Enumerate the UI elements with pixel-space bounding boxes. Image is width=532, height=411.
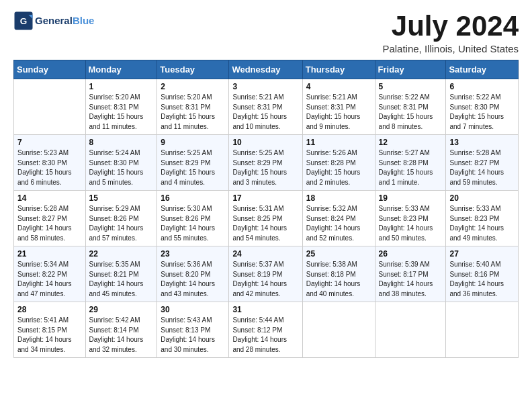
day-info: Sunrise: 5:41 AMSunset: 8:15 PMDaylight:… — [17, 316, 82, 355]
day-number: 5 — [379, 82, 443, 91]
table-row — [375, 302, 446, 358]
table-row: 11Sunrise: 5:26 AMSunset: 8:28 PMDayligh… — [302, 135, 375, 191]
location: Palatine, Illinois, United States — [382, 43, 519, 54]
table-row: 14Sunrise: 5:28 AMSunset: 8:27 PMDayligh… — [14, 191, 86, 246]
col-thursday: Thursday — [302, 60, 375, 79]
table-row: 26Sunrise: 5:39 AMSunset: 8:17 PMDayligh… — [375, 246, 446, 302]
day-info: Sunrise: 5:22 AMSunset: 8:30 PMDaylight:… — [449, 93, 515, 132]
table-row: 18Sunrise: 5:32 AMSunset: 8:24 PMDayligh… — [302, 191, 375, 246]
table-row: 31Sunrise: 5:44 AMSunset: 8:12 PMDayligh… — [229, 302, 302, 358]
day-number: 3 — [232, 82, 298, 91]
day-info: Sunrise: 5:28 AMSunset: 8:27 PMDaylight:… — [449, 148, 515, 187]
month-title: July 2024 — [382, 11, 519, 42]
calendar-week-row: 14Sunrise: 5:28 AMSunset: 8:27 PMDayligh… — [14, 191, 519, 246]
table-row: 23Sunrise: 5:36 AMSunset: 8:20 PMDayligh… — [157, 246, 229, 302]
header: G GeneralBlue July 2024 Palatine, Illino… — [13, 11, 519, 54]
svg-text:G: G — [20, 16, 28, 26]
day-info: Sunrise: 5:20 AMSunset: 8:31 PMDaylight:… — [89, 93, 154, 132]
day-number: 23 — [161, 249, 225, 259]
table-row: 4Sunrise: 5:21 AMSunset: 8:31 PMDaylight… — [302, 79, 375, 135]
table-row: 29Sunrise: 5:42 AMSunset: 8:14 PMDayligh… — [85, 302, 157, 358]
day-number: 7 — [17, 138, 82, 147]
table-row: 17Sunrise: 5:31 AMSunset: 8:25 PMDayligh… — [229, 191, 302, 246]
day-info: Sunrise: 5:31 AMSunset: 8:25 PMDaylight:… — [232, 204, 298, 243]
day-info: Sunrise: 5:21 AMSunset: 8:31 PMDaylight:… — [306, 93, 371, 132]
table-row: 16Sunrise: 5:30 AMSunset: 8:26 PMDayligh… — [157, 191, 229, 246]
day-info: Sunrise: 5:42 AMSunset: 8:14 PMDaylight:… — [89, 316, 154, 355]
calendar-header-row: Sunday Monday Tuesday Wednesday Thursday… — [14, 60, 519, 79]
logo-icon: G — [13, 11, 34, 31]
table-row: 13Sunrise: 5:28 AMSunset: 8:27 PMDayligh… — [446, 135, 519, 191]
day-info: Sunrise: 5:30 AMSunset: 8:26 PMDaylight:… — [161, 204, 225, 243]
day-number: 27 — [449, 249, 515, 259]
day-number: 11 — [306, 138, 371, 147]
logo-text: GeneralBlue — [35, 15, 94, 27]
calendar-week-row: 21Sunrise: 5:34 AMSunset: 8:22 PMDayligh… — [14, 246, 519, 302]
day-info: Sunrise: 5:23 AMSunset: 8:30 PMDaylight:… — [17, 148, 82, 187]
table-row: 21Sunrise: 5:34 AMSunset: 8:22 PMDayligh… — [14, 246, 86, 302]
day-info: Sunrise: 5:36 AMSunset: 8:20 PMDaylight:… — [161, 260, 225, 299]
day-number: 14 — [17, 193, 82, 203]
table-row: 5Sunrise: 5:22 AMSunset: 8:31 PMDaylight… — [375, 79, 446, 135]
table-row: 12Sunrise: 5:27 AMSunset: 8:28 PMDayligh… — [375, 135, 446, 191]
calendar-week-row: 1Sunrise: 5:20 AMSunset: 8:31 PMDaylight… — [14, 79, 519, 135]
day-number: 20 — [449, 193, 515, 203]
day-info: Sunrise: 5:34 AMSunset: 8:22 PMDaylight:… — [17, 260, 82, 299]
day-info: Sunrise: 5:44 AMSunset: 8:12 PMDaylight:… — [232, 316, 298, 355]
day-number: 12 — [379, 138, 443, 147]
table-row: 22Sunrise: 5:35 AMSunset: 8:21 PMDayligh… — [85, 246, 157, 302]
page: G GeneralBlue July 2024 Palatine, Illino… — [0, 0, 532, 411]
day-number: 13 — [449, 138, 515, 147]
day-number: 25 — [306, 249, 371, 259]
day-number: 10 — [232, 138, 298, 147]
table-row: 8Sunrise: 5:24 AMSunset: 8:30 PMDaylight… — [85, 135, 157, 191]
day-number: 31 — [232, 305, 298, 314]
calendar-week-row: 7Sunrise: 5:23 AMSunset: 8:30 PMDaylight… — [14, 135, 519, 191]
day-info: Sunrise: 5:22 AMSunset: 8:31 PMDaylight:… — [379, 93, 443, 132]
col-tuesday: Tuesday — [157, 60, 229, 79]
day-info: Sunrise: 5:35 AMSunset: 8:21 PMDaylight:… — [89, 260, 154, 299]
day-number: 17 — [232, 193, 298, 203]
day-number: 26 — [379, 249, 443, 259]
col-saturday: Saturday — [446, 60, 519, 79]
table-row: 30Sunrise: 5:43 AMSunset: 8:13 PMDayligh… — [157, 302, 229, 358]
day-number: 30 — [161, 305, 225, 314]
day-info: Sunrise: 5:27 AMSunset: 8:28 PMDaylight:… — [379, 148, 443, 187]
table-row: 7Sunrise: 5:23 AMSunset: 8:30 PMDaylight… — [14, 135, 86, 191]
day-number: 18 — [306, 193, 371, 203]
day-info: Sunrise: 5:25 AMSunset: 8:29 PMDaylight:… — [232, 148, 298, 187]
day-number: 2 — [161, 82, 225, 91]
day-info: Sunrise: 5:28 AMSunset: 8:27 PMDaylight:… — [17, 204, 82, 243]
table-row: 15Sunrise: 5:29 AMSunset: 8:26 PMDayligh… — [85, 191, 157, 246]
day-info: Sunrise: 5:20 AMSunset: 8:31 PMDaylight:… — [161, 93, 225, 132]
day-number: 21 — [17, 249, 82, 259]
day-info: Sunrise: 5:39 AMSunset: 8:17 PMDaylight:… — [379, 260, 443, 299]
table-row: 27Sunrise: 5:40 AMSunset: 8:16 PMDayligh… — [446, 246, 519, 302]
day-number: 8 — [89, 138, 154, 147]
day-info: Sunrise: 5:21 AMSunset: 8:31 PMDaylight:… — [232, 93, 298, 132]
day-number: 1 — [89, 82, 154, 91]
table-row: 19Sunrise: 5:33 AMSunset: 8:23 PMDayligh… — [375, 191, 446, 246]
table-row: 20Sunrise: 5:33 AMSunset: 8:23 PMDayligh… — [446, 191, 519, 246]
day-info: Sunrise: 5:32 AMSunset: 8:24 PMDaylight:… — [306, 204, 371, 243]
col-friday: Friday — [375, 60, 446, 79]
col-wednesday: Wednesday — [229, 60, 302, 79]
title-block: July 2024 Palatine, Illinois, United Sta… — [382, 11, 519, 54]
calendar-table: Sunday Monday Tuesday Wednesday Thursday… — [13, 60, 519, 358]
table-row: 9Sunrise: 5:25 AMSunset: 8:29 PMDaylight… — [157, 135, 229, 191]
day-info: Sunrise: 5:29 AMSunset: 8:26 PMDaylight:… — [89, 204, 154, 243]
day-info: Sunrise: 5:33 AMSunset: 8:23 PMDaylight:… — [379, 204, 443, 243]
table-row: 3Sunrise: 5:21 AMSunset: 8:31 PMDaylight… — [229, 79, 302, 135]
table-row — [302, 302, 375, 358]
day-info: Sunrise: 5:43 AMSunset: 8:13 PMDaylight:… — [161, 316, 225, 355]
day-number: 15 — [89, 193, 154, 203]
table-row: 10Sunrise: 5:25 AMSunset: 8:29 PMDayligh… — [229, 135, 302, 191]
day-info: Sunrise: 5:24 AMSunset: 8:30 PMDaylight:… — [89, 148, 154, 187]
table-row — [446, 302, 519, 358]
day-info: Sunrise: 5:25 AMSunset: 8:29 PMDaylight:… — [161, 148, 225, 187]
day-number: 9 — [161, 138, 225, 147]
col-sunday: Sunday — [14, 60, 86, 79]
day-number: 16 — [161, 193, 225, 203]
day-number: 29 — [89, 305, 154, 314]
day-info: Sunrise: 5:33 AMSunset: 8:23 PMDaylight:… — [449, 204, 515, 243]
